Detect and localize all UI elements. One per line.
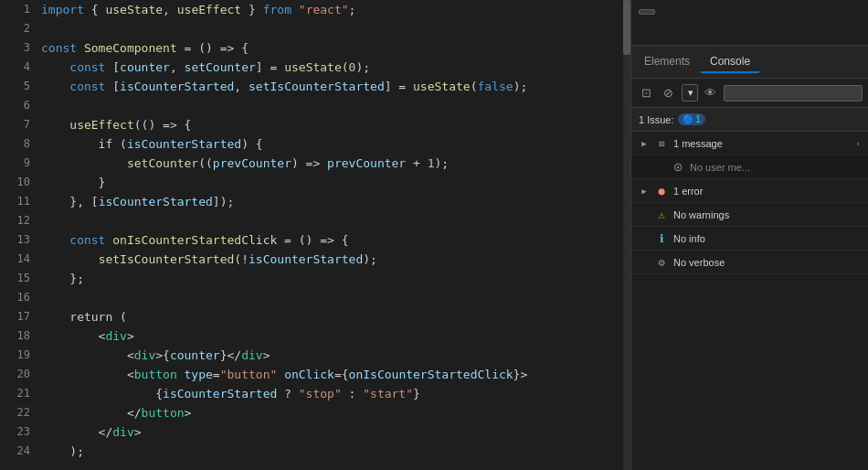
- expand-placeholder: [639, 209, 650, 220]
- code-line: 22 </button>: [0, 403, 630, 422]
- line-number: 23: [0, 422, 41, 442]
- error-icon: ●: [655, 185, 668, 198]
- code-line: 15 };: [0, 269, 630, 288]
- code-line: 13 const onIsCounterStartedClick = () =>…: [0, 230, 630, 250]
- line-number: 21: [0, 384, 41, 403]
- code-line: 21 {isCounterStarted ? "stop" : "start"}: [0, 384, 630, 403]
- code-line: 12: [0, 211, 630, 230]
- warning-icon: ⚠: [655, 208, 668, 221]
- expand-arrow[interactable]: ▶: [639, 138, 650, 149]
- filter-input[interactable]: [724, 85, 863, 101]
- code-line: 1import { useState, useEffect } from "re…: [0, 0, 630, 19]
- line-number: 16: [0, 288, 41, 307]
- line-number: 5: [0, 77, 41, 96]
- list-icon: ≡: [655, 137, 668, 150]
- console-item-text: No user me...: [690, 162, 861, 173]
- code-line: 6: [0, 96, 630, 115]
- console-item-text: No info: [673, 233, 861, 244]
- line-number: 3: [0, 38, 41, 58]
- info-icon: ℹ: [655, 232, 668, 245]
- stop-button[interactable]: [639, 9, 655, 15]
- expand-arrow[interactable]: ▶: [639, 186, 650, 197]
- console-item-user-message[interactable]: ⊙No user me...: [631, 155, 868, 179]
- chevron-right-icon: ›: [856, 139, 861, 148]
- code-line: 18 <div>: [0, 326, 630, 346]
- line-number: 14: [0, 250, 41, 269]
- tab-console[interactable]: Console: [701, 51, 759, 73]
- expand-placeholder: [639, 233, 650, 244]
- devtools-topbar: [631, 0, 868, 46]
- line-number: 7: [0, 115, 41, 134]
- line-number: 1: [0, 0, 41, 19]
- console-item-error[interactable]: ▶●1 error: [631, 179, 868, 203]
- code-line: 17 return (: [0, 307, 630, 326]
- line-number: 10: [0, 173, 41, 192]
- code-lines: 1import { useState, useEffect } from "re…: [0, 0, 630, 461]
- console-item-warnings[interactable]: ⚠No warnings: [631, 203, 868, 227]
- code-line: 14 setIsCounterStarted(!isCounterStarted…: [0, 250, 630, 269]
- line-number: 11: [0, 192, 41, 211]
- line-content: const SomeComponent = () => {: [41, 38, 249, 58]
- code-line: 11 }, [isCounterStarted]);: [0, 192, 630, 211]
- line-number: 19: [0, 346, 41, 365]
- scrollbar[interactable]: [623, 0, 630, 470]
- line-content: </button>: [41, 403, 191, 422]
- line-number: 13: [0, 230, 41, 250]
- line-content: <button type="button" onClick={onIsCount…: [41, 365, 527, 384]
- console-item-info[interactable]: ℹNo info: [631, 227, 868, 251]
- line-number: 8: [0, 134, 41, 154]
- code-line: 7 useEffect(() => {: [0, 115, 630, 134]
- code-line: 20 <button type="button" onClick={onIsCo…: [0, 365, 630, 384]
- line-content: setCounter((prevCounter) => prevCounter …: [41, 154, 449, 173]
- code-line: 9 setCounter((prevCounter) => prevCounte…: [0, 154, 630, 173]
- line-content: const [isCounterStarted, setIsCounterSta…: [41, 77, 527, 96]
- line-content: return (: [41, 307, 127, 326]
- issue-badge: 🔵 1: [678, 113, 705, 125]
- code-line: 23 </div>: [0, 422, 630, 442]
- eye-icon[interactable]: 👁: [702, 83, 720, 103]
- line-number: 4: [0, 58, 41, 77]
- tab-elements[interactable]: Elements: [635, 51, 699, 73]
- code-line: 24 );: [0, 442, 630, 461]
- chevron-down-icon: ▾: [688, 87, 693, 99]
- devtools-tabs: Elements Console: [631, 46, 868, 79]
- code-line: 8 if (isCounterStarted) {: [0, 134, 630, 154]
- line-content: };: [41, 269, 84, 288]
- console-content[interactable]: ▶≡1 message›⊙No user me...▶●1 error⚠No w…: [631, 132, 868, 470]
- line-number: 18: [0, 326, 41, 346]
- code-line: 3const SomeComponent = () => {: [0, 38, 630, 58]
- line-number: 12: [0, 211, 41, 230]
- line-content: {isCounterStarted ? "stop" : "start"}: [41, 384, 420, 403]
- expand-placeholder: [639, 257, 650, 268]
- user-icon: ⊙: [672, 161, 684, 174]
- line-number: 6: [0, 96, 41, 115]
- line-number: 17: [0, 307, 41, 326]
- line-content: <div>: [41, 326, 134, 346]
- devtools-toggle-icon[interactable]: ⊡: [637, 83, 655, 103]
- code-editor[interactable]: 1import { useState, useEffect } from "re…: [0, 0, 630, 470]
- line-content: const [counter, setCounter] = useState(0…: [41, 58, 370, 77]
- expand-placeholder: [655, 162, 666, 173]
- line-content: useEffect(() => {: [41, 115, 191, 134]
- ban-icon[interactable]: ⊘: [659, 83, 677, 103]
- console-item-text: No warnings: [673, 209, 861, 220]
- console-item-message[interactable]: ▶≡1 message›: [631, 132, 868, 155]
- devtools-panel: Elements Console ⊡ ⊘ ▾ 👁 1 Issue: 🔵 1 ▶≡…: [630, 0, 868, 470]
- code-line: 16: [0, 288, 630, 307]
- console-toolbar: ⊡ ⊘ ▾ 👁: [631, 79, 868, 108]
- line-number: 20: [0, 365, 41, 384]
- console-item-text: 1 message: [673, 138, 851, 149]
- line-content: import { useState, useEffect } from "rea…: [41, 0, 355, 19]
- console-item-verbose[interactable]: ⚙No verbose: [631, 251, 868, 274]
- code-line: 5 const [isCounterStarted, setIsCounterS…: [0, 77, 630, 96]
- line-content: }, [isCounterStarted]);: [41, 192, 234, 211]
- top-dropdown[interactable]: ▾: [682, 84, 698, 101]
- code-line: 2: [0, 19, 630, 38]
- line-number: 15: [0, 269, 41, 288]
- line-number: 9: [0, 154, 41, 173]
- code-line: 19 <div>{counter}</div>: [0, 346, 630, 365]
- line-number: 2: [0, 19, 41, 38]
- scroll-thumb[interactable]: [623, 0, 630, 55]
- code-line: 10 }: [0, 173, 630, 192]
- verbose-icon: ⚙: [655, 256, 668, 269]
